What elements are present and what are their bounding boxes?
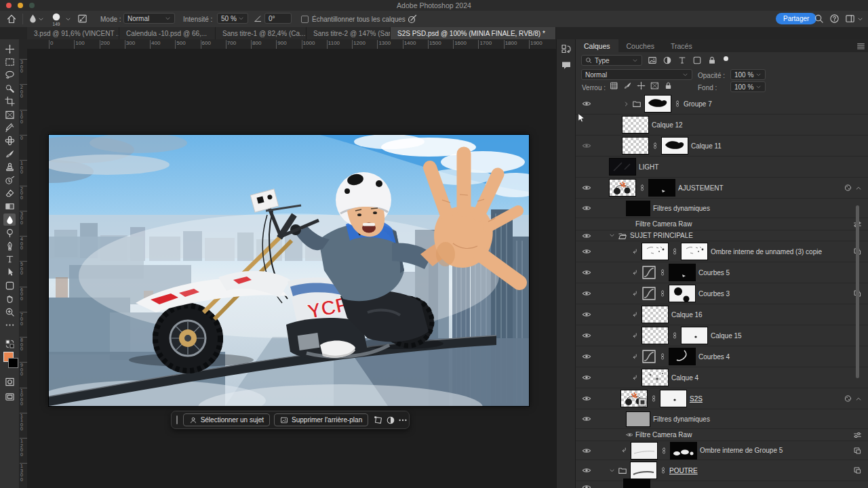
taskbar-drag-handle[interactable] (176, 415, 178, 424)
folder-icon[interactable] (632, 99, 642, 108)
lock-all-icon[interactable] (664, 81, 673, 90)
brush-picker-chevron-icon[interactable] (65, 16, 71, 22)
layer-thumbnail-black[interactable] (626, 201, 650, 216)
layer-name[interactable]: Courbes 5 (698, 269, 730, 277)
layer-thumbnail-white-blob[interactable] (644, 95, 671, 113)
brush-settings-panel-icon[interactable] (77, 14, 87, 24)
effects-badge-icon[interactable] (853, 466, 862, 475)
layer-group-header[interactable]: SUJET PRINCIPALE (576, 230, 868, 241)
layer-name[interactable]: POUTRE (669, 467, 698, 474)
layer-visibility-toggle[interactable] (580, 466, 593, 475)
mask-link-icon[interactable] (659, 269, 666, 276)
transform-icon[interactable] (372, 413, 384, 426)
tool-preset-chevron-icon[interactable] (38, 16, 44, 22)
tool-dodge[interactable] (3, 227, 16, 239)
layer-thumbnail-checker[interactable] (622, 116, 649, 134)
panel-scrollbar[interactable] (856, 205, 859, 378)
clipping-mask-icon[interactable] (631, 353, 639, 361)
layer-visibility-toggle[interactable] (580, 446, 593, 455)
workspace-icon[interactable] (845, 14, 855, 24)
layer-name[interactable]: Filtres dynamiques (653, 415, 710, 423)
tool-hand[interactable] (3, 293, 16, 305)
filter-shape-layers-icon[interactable] (692, 56, 702, 65)
tool-pen[interactable] (3, 240, 16, 252)
layer-mask-thumbnail[interactable] (661, 137, 688, 155)
layer-row[interactable]: Calque 11 (576, 136, 868, 157)
mask-link-icon[interactable] (652, 142, 658, 149)
layer-thumbnail-gray[interactable] (626, 411, 650, 427)
group-collapse-icon[interactable] (623, 101, 629, 107)
layer-row[interactable]: Courbes 5 (576, 262, 868, 283)
screen-mode-icon[interactable] (3, 390, 16, 403)
layer-name[interactable]: SUJET PRINCIPALE (630, 232, 693, 239)
tool-heal[interactable] (3, 135, 16, 147)
clipping-mask-icon[interactable] (631, 311, 639, 319)
document-tab-active[interactable]: S2S PSD.psd @ 100% (MINIA FINALE, RVB/8)… (391, 27, 556, 39)
workspace-chevron-icon[interactable] (857, 16, 863, 22)
share-button[interactable]: Partager (776, 13, 816, 24)
mask-link-icon[interactable] (671, 248, 678, 255)
filter-blend-options-icon[interactable] (853, 430, 862, 439)
remove-background-button[interactable]: Supprimer l'arrière-plan (274, 413, 368, 426)
folder-icon[interactable] (618, 466, 627, 475)
effects-badge-icon[interactable] (853, 446, 862, 455)
layer-name[interactable]: Filtres dynamiques (653, 205, 710, 212)
layer-row[interactable]: AJUSTEMENT (576, 178, 868, 199)
layer-visibility-toggle[interactable] (580, 352, 593, 361)
clipping-mask-icon[interactable] (631, 248, 639, 256)
layer-name[interactable]: Ombre interne de Groupe 5 (700, 447, 783, 454)
tool-crop[interactable] (3, 96, 16, 108)
layer-mask-thumbnail[interactable] (669, 348, 696, 365)
smart-filter-toggle-icon[interactable] (844, 184, 862, 192)
tool-objsel[interactable] (3, 82, 16, 94)
layer-row[interactable] (576, 481, 868, 488)
layer-name[interactable]: Calque 12 (652, 121, 683, 129)
adjustment-layer-icon-curves[interactable] (642, 265, 656, 280)
layer-row[interactable]: Filtre Camera Raw (576, 429, 868, 441)
layer-mask-thumbnail[interactable] (669, 264, 696, 281)
layer-mask-thumbnail[interactable] (681, 327, 708, 344)
clipping-mask-icon[interactable] (620, 447, 628, 454)
layer-visibility-toggle[interactable] (580, 141, 593, 150)
tool-eyedrop[interactable] (3, 121, 16, 134)
layer-visibility-toggle[interactable] (580, 99, 593, 108)
mask-link-icon[interactable] (660, 467, 667, 474)
background-color-swatch[interactable] (8, 358, 18, 368)
layer-mask-thumbnail[interactable] (660, 390, 687, 407)
layer-filter-type-select[interactable]: Type (581, 55, 642, 66)
layer-thumbnail-white-line[interactable] (630, 462, 657, 479)
layer-visibility-toggle[interactable] (580, 331, 593, 340)
current-tool-icon[interactable] (28, 14, 38, 24)
tool-move[interactable] (3, 43, 16, 55)
layer-visibility-toggle[interactable] (580, 247, 593, 256)
layer-visibility-toggle[interactable] (580, 268, 593, 277)
filter-smart-objects-icon[interactable] (707, 56, 717, 65)
tool-blurdrop[interactable] (3, 214, 16, 226)
brush-preset-icon[interactable] (52, 12, 61, 22)
layer-mask-thumbnail[interactable] (681, 243, 708, 260)
layer-visibility-toggle[interactable] (623, 430, 635, 440)
layer-row[interactable]: Calque 15 (576, 325, 868, 346)
layer-row[interactable]: Courbes 3 (576, 283, 868, 304)
layer-row[interactable]: POUTRE (576, 460, 868, 481)
layer-thumbnail-white-marks[interactable] (642, 243, 669, 260)
tool-marquee[interactable] (3, 56, 16, 68)
layer-row[interactable]: Calque 4 (576, 367, 868, 388)
intensity-select[interactable]: 50 % (217, 13, 248, 24)
comments-icon[interactable] (561, 60, 572, 70)
layer-row[interactable]: S2S (576, 388, 868, 409)
layer-name[interactable]: S2S (690, 395, 703, 403)
swap-colors-icon[interactable] (3, 338, 16, 350)
layer-visibility-toggle[interactable] (580, 203, 593, 213)
tool-lasso[interactable] (3, 69, 16, 81)
layer-name[interactable]: LIGHT (639, 163, 658, 171)
layer-mask-thumbnail[interactable] (670, 442, 697, 460)
mask-link-icon[interactable] (674, 100, 681, 107)
group-expand-icon[interactable] (609, 232, 615, 239)
document-tab[interactable]: Sans titre-2 @ 147% (San... (307, 27, 391, 39)
lock-transparency-icon[interactable] (610, 81, 618, 90)
clipping-mask-icon[interactable] (631, 290, 639, 298)
layer-visibility-toggle[interactable] (580, 394, 593, 403)
home-icon[interactable] (6, 14, 17, 24)
tool-type[interactable] (3, 253, 16, 265)
